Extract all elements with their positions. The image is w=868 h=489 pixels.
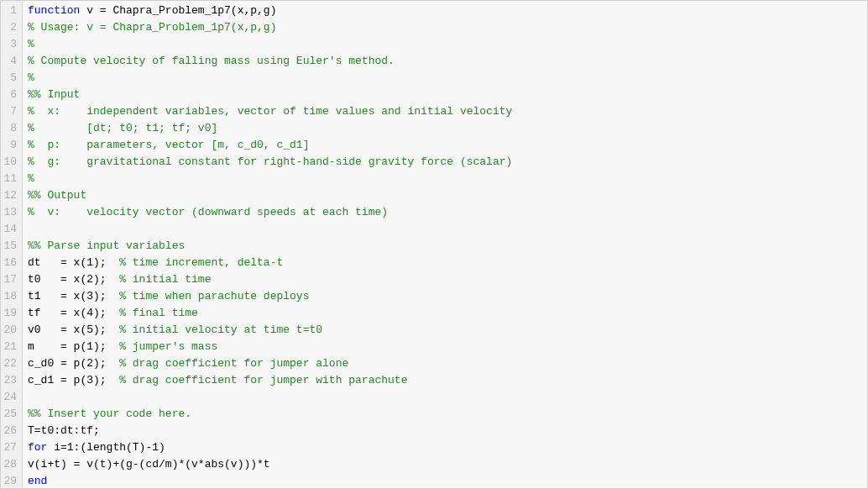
comment-text: % jumper's mass <box>119 340 217 353</box>
line-number: 15 <box>3 238 17 255</box>
comment-text: % Compute velocity of falling mass using… <box>28 55 395 67</box>
line-number: 4 <box>3 53 17 70</box>
code-line[interactable] <box>28 221 867 238</box>
line-number: 24 <box>3 389 17 406</box>
code-line[interactable]: %% Output <box>28 187 867 204</box>
line-number: 5 <box>3 70 17 87</box>
code-line[interactable]: % x: independent variables, vector of ti… <box>28 103 867 120</box>
comment-text: %% Parse input variables <box>28 239 185 252</box>
line-number: 7 <box>3 103 17 120</box>
line-number: 27 <box>3 439 17 456</box>
line-number: 19 <box>3 305 17 322</box>
code-line[interactable]: v(i+t) = v(t)+(g-(cd/m)*(v*abs(v)))*t <box>28 456 867 473</box>
line-number: 6 <box>3 87 17 103</box>
line-number: 14 <box>3 221 17 238</box>
line-number-gutter: 1234567891011121314151617181920212223242… <box>1 1 23 488</box>
line-number: 1 <box>3 3 17 19</box>
code-line[interactable]: tf = x(4); % final time <box>28 305 867 322</box>
line-number: 12 <box>3 187 17 204</box>
line-number: 11 <box>3 171 17 187</box>
line-number: 26 <box>3 423 17 439</box>
code-line[interactable]: % Compute velocity of falling mass using… <box>28 53 867 70</box>
line-number: 10 <box>3 154 17 171</box>
code-text: T=t0:dt:tf; <box>28 424 100 437</box>
code-text: c_d1 = p(3); <box>28 374 119 386</box>
comment-text: % p: parameters, vector [m, c_d0, c_d1] <box>28 139 309 151</box>
code-text: v = Chapra_Problem_1p7(x,p,g) <box>80 4 276 17</box>
code-line[interactable]: for i=1:(length(T)-1) <box>28 439 867 456</box>
line-number: 17 <box>3 271 17 288</box>
comment-text: % x: independent variables, vector of ti… <box>28 105 512 118</box>
line-number: 21 <box>3 339 17 355</box>
code-line[interactable]: function v = Chapra_Problem_1p7(x,p,g) <box>28 3 867 19</box>
line-number: 9 <box>3 137 17 154</box>
code-line[interactable]: % <box>28 70 867 87</box>
code-line[interactable]: %% Input <box>28 87 867 103</box>
line-number: 22 <box>3 355 17 372</box>
code-text: m = p(1); <box>28 340 119 353</box>
line-number: 25 <box>3 406 17 423</box>
code-line[interactable]: c_d0 = p(2); % drag coefficient for jump… <box>28 355 867 372</box>
code-area[interactable]: function v = Chapra_Problem_1p7(x,p,g)% … <box>23 1 867 488</box>
code-line[interactable]: % <box>28 36 867 53</box>
code-line[interactable]: % Usage: v = Chapra_Problem_1p7(x,p,g) <box>28 19 867 36</box>
code-line[interactable]: dt = x(1); % time increment, delta-t <box>28 255 867 271</box>
code-text: tf = x(4); <box>28 307 119 319</box>
comment-text: % time when parachute deploys <box>119 290 309 302</box>
code-line[interactable]: % [dt; t0; t1; tf; v0] <box>28 120 867 137</box>
comment-text: %% Output <box>28 189 86 202</box>
comment-text: % <box>28 38 34 50</box>
code-line[interactable]: end <box>28 473 867 488</box>
code-line[interactable]: %% Parse input variables <box>28 238 867 255</box>
code-line[interactable]: c_d1 = p(3); % drag coefficient for jump… <box>28 372 867 389</box>
code-line[interactable]: m = p(1); % jumper's mass <box>28 339 867 355</box>
code-text: dt = x(1); <box>28 256 119 269</box>
keyword-text: end <box>28 475 47 487</box>
comment-text: % initial velocity at time t=t0 <box>119 323 322 336</box>
code-line[interactable]: t0 = x(2); % initial time <box>28 271 867 288</box>
code-line[interactable]: % g: gravitational constant for right-ha… <box>28 154 867 171</box>
comment-text: %% Input <box>28 88 80 101</box>
line-number: 23 <box>3 372 17 389</box>
line-number: 18 <box>3 288 17 305</box>
code-editor[interactable]: 1234567891011121314151617181920212223242… <box>0 0 868 489</box>
comment-text: % drag coefficient for jumper alone <box>119 357 348 370</box>
code-text: t1 = x(3); <box>28 290 119 302</box>
comment-text: % <box>28 172 34 185</box>
line-number: 2 <box>3 19 17 36</box>
code-text: v0 = x(5); <box>28 323 119 336</box>
comment-text: % initial time <box>119 273 211 286</box>
keyword-text: function <box>28 4 80 17</box>
comment-text: %% Insert your code here. <box>28 408 191 420</box>
comment-text: % g: gravitational constant for right-ha… <box>28 155 512 168</box>
code-text: t0 = x(2); <box>28 273 119 286</box>
comment-text: % v: velocity vector (downward speeds at… <box>28 206 388 218</box>
comment-text: % <box>28 71 34 84</box>
comment-text: % time increment, delta-t <box>119 256 283 269</box>
line-number: 28 <box>3 456 17 473</box>
comment-text: % Usage: v = Chapra_Problem_1p7(x,p,g) <box>28 21 276 34</box>
code-text: i=1:(length(T)-1) <box>47 441 165 454</box>
keyword-text: for <box>28 441 47 454</box>
line-number: 3 <box>3 36 17 53</box>
code-line[interactable]: % v: velocity vector (downward speeds at… <box>28 204 867 221</box>
code-line[interactable] <box>28 389 867 406</box>
line-number: 20 <box>3 322 17 339</box>
code-line[interactable]: % <box>28 171 867 187</box>
code-text: v(i+t) = v(t)+(g-(cd/m)*(v*abs(v)))*t <box>28 458 270 471</box>
line-number: 13 <box>3 204 17 221</box>
comment-text: % [dt; t0; t1; tf; v0] <box>28 122 217 134</box>
line-number: 29 <box>3 473 17 489</box>
code-line[interactable]: T=t0:dt:tf; <box>28 423 867 439</box>
code-line[interactable]: t1 = x(3); % time when parachute deploys <box>28 288 867 305</box>
code-line[interactable]: %% Insert your code here. <box>28 406 867 423</box>
code-line[interactable]: % p: parameters, vector [m, c_d0, c_d1] <box>28 137 867 154</box>
code-line[interactable]: v0 = x(5); % initial velocity at time t=… <box>28 322 867 339</box>
line-number: 8 <box>3 120 17 137</box>
line-number: 16 <box>3 255 17 271</box>
comment-text: % final time <box>119 307 198 319</box>
comment-text: % drag coefficient for jumper with parac… <box>119 374 407 386</box>
code-text: c_d0 = p(2); <box>28 357 119 370</box>
